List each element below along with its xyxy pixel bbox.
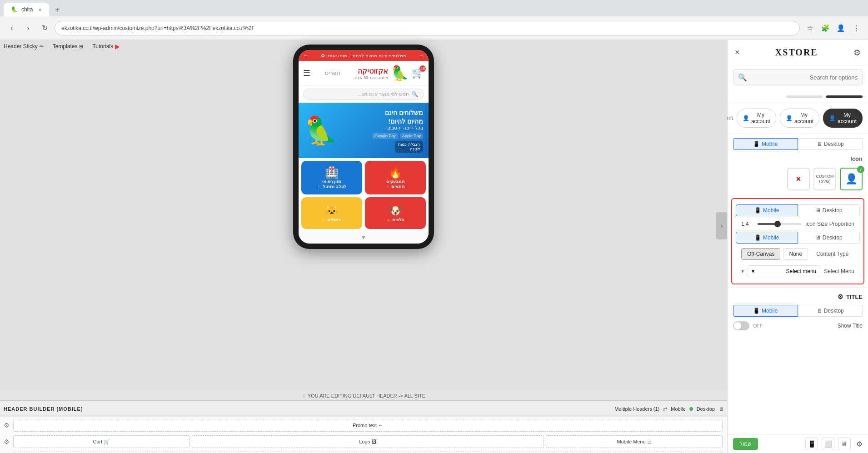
search-input[interactable]: [751, 74, 858, 81]
title-label: TITLE: [846, 294, 863, 300]
chevron-dropdown-icon: ▾: [752, 268, 754, 274]
panel-close-button[interactable]: ×: [735, 48, 740, 57]
account-style-btn-2[interactable]: 👤 My account: [780, 109, 819, 128]
header-sticky-item[interactable]: Header Sticky ✏: [4, 43, 44, 50]
multiple-headers-label[interactable]: Multiple Headers (1): [614, 406, 659, 412]
category-item-deals[interactable]: 🔥 המבצעיםהחמים ←: [365, 161, 426, 194]
panel-settings-button[interactable]: ⚙: [853, 48, 861, 58]
mobile-icon-3: 📱: [754, 234, 761, 241]
slider-label: Icon Size Proportion: [805, 221, 854, 227]
title-settings-icon[interactable]: ⚙: [838, 293, 843, 300]
expand-handle[interactable]: ›: [716, 212, 727, 239]
search-placeholder-mobile: חפש לפי מוצר או מותג...: [358, 91, 409, 97]
refresh-button[interactable]: ↻: [38, 22, 51, 35]
slider-thumb[interactable]: [774, 221, 781, 227]
new-tab-button[interactable]: +: [51, 4, 64, 16]
preview-area: Header Sticky ✏ Templates ⊞ Tutorials ▶ …: [0, 40, 727, 453]
account-person-icon-1: 👤: [743, 115, 749, 121]
store-logo-area: אקזוטיקה איתנם כבר 30 שנה 🦜 🛒 48: [355, 65, 424, 82]
select-menu-dropdown[interactable]: ▾ Select menu: [748, 265, 820, 277]
desktop-icon-2: 🖥: [815, 207, 821, 214]
promo-text: ♻ משלוחים חינם מהיום להיום! - תנסו אותנו: [321, 53, 407, 58]
account-style-btn-1[interactable]: 👤 My account: [737, 109, 776, 128]
templates-item[interactable]: Templates ⊞: [53, 43, 84, 50]
device-toggle-row-3: 📱 Mobile 🖥 Desktop: [736, 230, 860, 245]
mobile-view-label[interactable]: Mobile: [671, 406, 685, 412]
account-style-row: My account & 👤 My account 👤 My account 👤…: [728, 105, 868, 131]
mobile-search-bar[interactable]: 🔍 חפש לפי מוצר או מותג...: [303, 89, 424, 100]
panel-bottom-row: שמור 📱 ⬜ 🖥 ⚙: [728, 434, 868, 453]
browser-actions: ☆ 🧩 👤 ⋮: [803, 22, 863, 35]
store-logo: 🦜: [391, 65, 409, 82]
desktop-toggle-btn-2[interactable]: 🖥 Desktop: [798, 204, 860, 216]
promo-text-cell[interactable]: Promo text ←: [13, 419, 723, 432]
content-type-label: Content Type: [811, 249, 854, 259]
promo-arrow-right: →: [419, 53, 424, 58]
desktop-icon-3: 🖥: [815, 234, 821, 241]
category-item-dogs[interactable]: 🐶 כלבים ←: [365, 197, 426, 229]
desktop-view-label[interactable]: Desktop: [697, 406, 715, 412]
mobile-toggle-btn-1[interactable]: 📱 Mobile: [733, 138, 798, 150]
none-btn[interactable]: None: [783, 248, 808, 260]
device-icon-desktop[interactable]: 🖥: [838, 438, 851, 450]
select-menu-row: ▾ ▾ Select menu Select Menu: [736, 263, 860, 280]
account-person-icon-3: 👤: [829, 115, 836, 121]
tab-close[interactable]: ×: [38, 6, 42, 13]
account-person-icon-2: 👤: [786, 115, 793, 121]
mobile-toggle-btn-3[interactable]: 📱 Mobile: [736, 232, 798, 244]
profile-icon[interactable]: 👤: [834, 22, 847, 35]
row1-gear[interactable]: ⚙: [4, 422, 10, 429]
device-toggle-row-2: 📱 Mobile 🖥 Desktop: [736, 203, 860, 218]
cart-icon-mobile[interactable]: 🛒 48: [412, 67, 424, 79]
desktop-toggle-title[interactable]: 🖥 Desktop: [798, 305, 863, 317]
content-type-row: Off-Canvas None Content Type: [736, 245, 860, 263]
mobile-toggle-btn-2[interactable]: 📱 Mobile: [736, 204, 798, 216]
save-button[interactable]: שמור: [733, 438, 758, 450]
off-canvas-btn[interactable]: Off-Canvas: [741, 248, 780, 260]
promo-arrow-left: ←: [303, 53, 308, 58]
extension-icon[interactable]: 🧩: [819, 22, 832, 35]
row2-gear[interactable]: ⚙: [4, 438, 10, 445]
search-icon-mobile: 🔍: [412, 91, 418, 97]
mobile-menu-cell[interactable]: Mobile Menu ☰: [546, 435, 723, 448]
store-name: אקזוטיקה: [355, 67, 388, 75]
category-item-medical[interactable]: 🏥 מזון רפואילכלב וחתול ←: [301, 161, 362, 194]
top-bar-light: [786, 95, 823, 98]
show-title-toggle[interactable]: [733, 321, 749, 330]
bottom-gear-icon[interactable]: ⚙: [856, 440, 863, 448]
back-button[interactable]: ‹: [5, 22, 18, 35]
mobile-toggle-title[interactable]: 📱 Mobile: [733, 305, 798, 317]
device-icon-mobile[interactable]: 📱: [805, 438, 818, 450]
widget-row-1: ⚙ Promo text ←: [0, 417, 727, 433]
highlighted-panel-section: 📱 Mobile 🖥 Desktop 1.4 Icon Size: [731, 198, 864, 284]
bookmarks-star[interactable]: ☆: [803, 22, 816, 35]
url-bar[interactable]: ekzotika.co.il/wp-admin/customize.php?ur…: [55, 21, 800, 35]
menu-icon[interactable]: ⋮: [850, 22, 863, 35]
header-builder-actions: Multiple Headers (1) ⇄ Mobile Desktop 🖥: [614, 406, 723, 412]
tab-label: chita: [21, 6, 33, 13]
forward-button[interactable]: ›: [22, 22, 35, 35]
account-style-btn-3[interactable]: 👤 My account: [823, 109, 863, 128]
slider-track[interactable]: [758, 223, 802, 225]
icon-option-none[interactable]: ×: [787, 168, 810, 190]
tutorials-item[interactable]: Tutorials ▶: [92, 43, 120, 50]
desktop-toggle-btn-1[interactable]: 🖥 Desktop: [798, 138, 863, 150]
device-icon-tablet[interactable]: ⬜: [822, 438, 834, 450]
panel-title: XSTORE: [775, 47, 818, 58]
close-icon: ×: [735, 48, 740, 57]
menu-hamburger[interactable]: ☰: [303, 68, 310, 78]
icon-option-person[interactable]: ✓ 👤: [840, 168, 863, 190]
settings-icon: ⚙: [853, 48, 861, 57]
show-title-row: OFF Show Title: [728, 319, 868, 332]
hero-banner: משלוחים חינם מהיום להיום! בכל חיפה והסבי…: [299, 103, 429, 158]
mobile-dot: [689, 407, 693, 411]
desktop-icon-1: 🖥: [817, 141, 822, 147]
promo-bar: ← ♻ משלוחים חינם מהיום להיום! - תנסו אות…: [299, 50, 429, 61]
logo-cell[interactable]: Logo 🖼: [192, 435, 544, 448]
icon-option-custom[interactable]: CUSTOM(SVG): [813, 168, 836, 190]
my-account-label: My account &: [728, 109, 733, 128]
category-item-cats[interactable]: 🐱 חתולים ←: [301, 197, 362, 229]
cart-cell[interactable]: Cart 🛒: [13, 435, 190, 448]
browser-chrome: 🦜 chita × + ‹ › ↻ ekzotika.co.il/wp-admi…: [0, 0, 868, 40]
desktop-toggle-btn-3[interactable]: 🖥 Desktop: [798, 232, 860, 244]
